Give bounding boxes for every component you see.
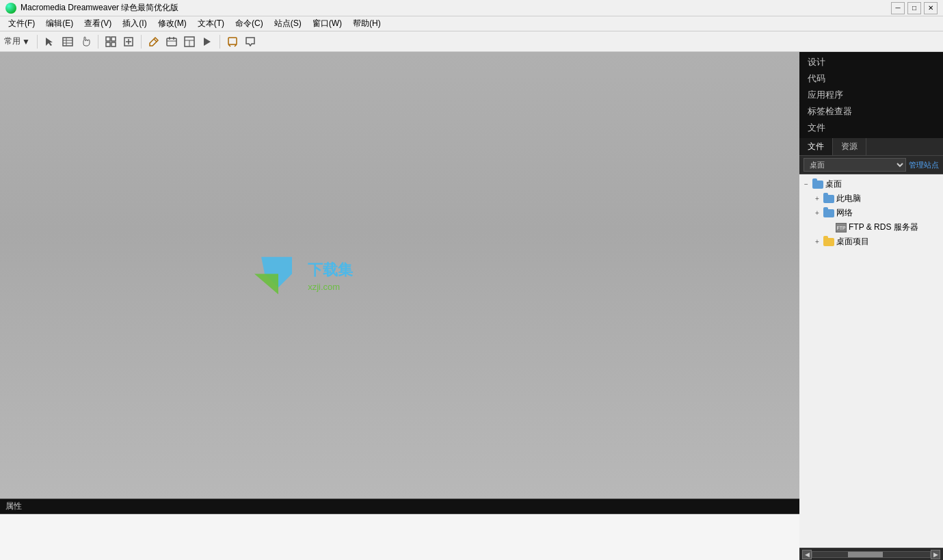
scrollbar-thumb: [848, 552, 884, 557]
site-select[interactable]: 桌面: [803, 158, 906, 172]
app-icon: [5, 3, 16, 14]
folder-icon-pc: [823, 195, 834, 203]
toolbar-label: 常用 ▼: [4, 36, 30, 47]
scroll-right-btn[interactable]: ▶: [931, 550, 940, 559]
tree-expand-network: +: [813, 209, 821, 217]
properties-body: [0, 514, 799, 560]
content-area: 下载集 xzji.com 属性: [0, 52, 799, 560]
toolbar-arrow-btn[interactable]: [42, 34, 58, 49]
properties-header: 属性: [0, 499, 799, 514]
toolbar: 常用 ▼: [0, 31, 943, 52]
svg-line-13: [154, 39, 157, 42]
toolbar-layout-btn[interactable]: [181, 34, 198, 49]
right-bottom-scrollbar: ◀ ▶: [799, 548, 943, 560]
right-menu-design[interactable]: 设计: [805, 55, 938, 70]
toolbar-hand-btn[interactable]: [77, 34, 94, 49]
tree-item-desktop-items[interactable]: + 桌面项目: [799, 235, 943, 249]
scroll-left-btn[interactable]: ◀: [802, 550, 812, 559]
menu-text[interactable]: 文本(T): [192, 16, 230, 31]
tree-expand-ftp: [825, 224, 834, 232]
toolbar-hotspot-btn[interactable]: [224, 34, 241, 49]
close-button[interactable]: ✕: [924, 2, 938, 14]
watermark: 下载集 xzji.com: [254, 256, 353, 294]
watermark-arrow-icon: [254, 256, 302, 294]
toolbar-table-btn[interactable]: [59, 34, 76, 49]
right-top-menu: 设计 代码 应用程序 标签检查器 文件: [799, 52, 943, 138]
menu-file[interactable]: 文件(F): [3, 16, 40, 31]
right-menu-app[interactable]: 应用程序: [805, 88, 938, 103]
toolbar-separator: [37, 35, 38, 49]
right-panel: 设计 代码 应用程序 标签检查器 文件 文件 资源 桌面 管理站点 − 桌面: [799, 52, 943, 560]
svg-marker-0: [46, 38, 53, 46]
svg-marker-21: [204, 38, 211, 46]
menubar: 文件(F) 编辑(E) 查看(V) 插入(I) 修改(M) 文本(T) 命令(C…: [0, 16, 943, 31]
file-tree: − 桌面 + 此电脑 + 网络 FTP FTP & RDS 服务器: [799, 174, 943, 548]
svg-rect-6: [111, 37, 116, 41]
menu-modify[interactable]: 修改(M): [152, 16, 192, 31]
properties-title: 属性: [5, 501, 22, 512]
horizontal-scrollbar[interactable]: [812, 551, 931, 558]
tab-resource[interactable]: 资源: [833, 138, 866, 155]
menu-edit[interactable]: 编辑(E): [40, 16, 79, 31]
menu-help[interactable]: 帮助(H): [347, 16, 386, 31]
tree-label-ftp: FTP & RDS 服务器: [849, 222, 918, 233]
tab-file[interactable]: 文件: [799, 138, 833, 155]
toolbar-comment-btn[interactable]: [242, 34, 258, 49]
menu-window[interactable]: 窗口(W): [307, 16, 347, 31]
tree-expand-pc: +: [813, 195, 821, 203]
tree-item-pc[interactable]: + 此电脑: [799, 191, 943, 206]
svg-marker-12: [150, 38, 158, 46]
toolbar-calendar-btn[interactable]: [163, 34, 180, 49]
svg-rect-8: [111, 42, 116, 46]
toolbar-preview-btn[interactable]: [199, 34, 215, 49]
tree-expand-desktop: −: [802, 181, 810, 189]
folder-icon-desktop-items: [823, 238, 834, 246]
toolbar-insert-btn[interactable]: [120, 34, 137, 49]
window-controls: ─ □ ✕: [891, 2, 938, 14]
svg-marker-26: [254, 274, 278, 294]
properties-panel: 属性: [0, 498, 799, 560]
watermark-logo: 下载集 xzji.com: [254, 256, 353, 294]
tree-expand-desktop-items: +: [813, 238, 821, 246]
right-menu-tag[interactable]: 标签检查器: [805, 104, 938, 119]
main-layout: 下载集 xzji.com 属性 设计 代码 应用程序 标签检查器 文件 文件: [0, 52, 943, 560]
menu-command[interactable]: 命令(C): [230, 16, 269, 31]
maximize-button[interactable]: □: [907, 2, 921, 14]
toolbar-sep2: [98, 35, 98, 49]
watermark-url-text: xzji.com: [308, 281, 353, 291]
menu-insert[interactable]: 插入(I): [117, 16, 152, 31]
tree-label-network: 网络: [836, 207, 853, 219]
svg-rect-1: [63, 38, 72, 46]
menu-view[interactable]: 查看(V): [79, 16, 117, 31]
minimize-button[interactable]: ─: [891, 2, 905, 14]
tree-item-ftp[interactable]: FTP FTP & RDS 服务器: [799, 220, 943, 235]
toolbar-sep4: [220, 35, 220, 49]
svg-rect-14: [167, 38, 176, 46]
toolbar-dropdown-arrow[interactable]: ▼: [22, 37, 30, 46]
svg-rect-22: [228, 38, 237, 44]
folder-icon-network: [823, 209, 834, 217]
watermark-cn-text: 下载集: [308, 259, 353, 280]
right-tabs: 文件 资源: [799, 138, 943, 156]
tree-label-desktop-items: 桌面项目: [836, 236, 869, 248]
tree-label-pc: 此电脑: [836, 193, 861, 204]
tree-item-network[interactable]: + 网络: [799, 206, 943, 220]
tree-label-desktop: 桌面: [825, 178, 842, 190]
tree-item-desktop[interactable]: − 桌面: [799, 177, 943, 191]
toolbar-grid-btn[interactable]: [103, 34, 119, 49]
title-text: Macromedia Dreamweaver 绿色最简优化版: [21, 2, 891, 14]
right-menu-code[interactable]: 代码: [805, 71, 938, 86]
right-menu-file[interactable]: 文件: [805, 120, 938, 135]
toolbar-sep3: [141, 35, 142, 49]
manage-site-link[interactable]: 管理站点: [909, 160, 939, 170]
toolbar-draw-btn[interactable]: [146, 34, 162, 49]
ftp-icon: FTP: [836, 223, 847, 232]
svg-rect-7: [106, 42, 110, 46]
right-toolbar: 桌面 管理站点: [799, 156, 943, 174]
titlebar: Macromedia Dreamweaver 绿色最简优化版 ─ □ ✕: [0, 0, 943, 16]
folder-icon-desktop: [812, 181, 823, 189]
workspace: 下载集 xzji.com: [0, 52, 799, 498]
menu-site[interactable]: 站点(S): [269, 16, 307, 31]
svg-rect-5: [106, 37, 110, 41]
